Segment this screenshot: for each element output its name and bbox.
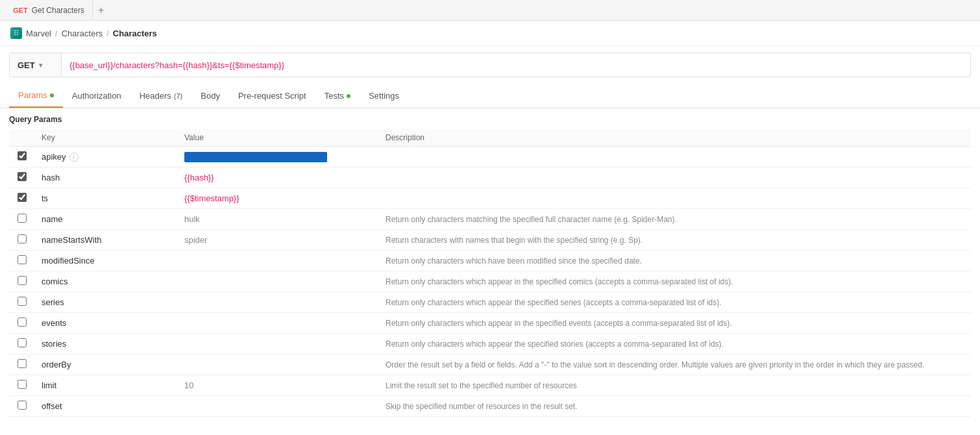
tab-method-label: GET	[13, 6, 28, 14]
tabs-row: Params Authorization Headers (7) Body Pr…	[0, 84, 980, 108]
row-checkbox[interactable]	[18, 193, 27, 202]
value-cell	[178, 396, 379, 417]
value-cell: {{hash}}	[178, 168, 379, 188]
value-plain: hulk	[184, 214, 200, 224]
description-cell: Return only characters which have been m…	[379, 251, 971, 271]
key-label: hash	[42, 173, 60, 182]
tab-headers[interactable]: Headers (7)	[130, 84, 192, 107]
value-cell: spider	[178, 230, 379, 251]
row-checkbox[interactable]	[18, 401, 27, 410]
description-cell: Return only characters which appear the …	[379, 334, 971, 354]
row-checkbox[interactable]	[18, 214, 27, 223]
table-row: orderByOrder the result set by a field o…	[9, 354, 971, 375]
value-cell: {{$timestamp}}	[178, 188, 379, 209]
tab-settings[interactable]: Settings	[360, 84, 408, 107]
description-text: Limit the result set to the specified nu…	[386, 381, 577, 390]
col-header-check	[9, 129, 35, 147]
row-checkbox[interactable]	[18, 172, 27, 181]
method-label: GET	[18, 60, 35, 70]
description-text: Return only characters which have been m…	[386, 256, 642, 266]
table-row: namehulkReturn only characters matching …	[9, 209, 971, 230]
url-input[interactable]	[62, 60, 970, 70]
description-text: Return only characters which appear the …	[386, 298, 722, 307]
top-tab-bar: GET Get Characters +	[0, 0, 980, 21]
request-tab[interactable]: GET Get Characters	[5, 0, 93, 20]
description-cell: Return only characters which appear the …	[379, 292, 971, 313]
description-text: Return only characters which appear the …	[386, 340, 724, 349]
breadcrumb-item-marvel[interactable]: Marvel	[26, 29, 51, 38]
tab-tests-label: Tests	[325, 91, 344, 101]
key-label: stories	[42, 339, 66, 349]
tab-headers-label: Headers	[140, 91, 171, 101]
col-header-key: Key	[35, 129, 178, 147]
value-bar	[184, 152, 327, 162]
tab-title-label: Get Characters	[32, 6, 84, 15]
row-checkbox[interactable]	[18, 234, 27, 243]
row-checkbox[interactable]	[18, 255, 27, 264]
key-label: name	[42, 214, 63, 224]
tab-params-label: Params	[18, 90, 47, 100]
key-label: orderBy	[42, 360, 71, 369]
tab-authorization[interactable]: Authorization	[63, 84, 130, 107]
value-cell: 10	[178, 375, 379, 396]
description-text: Return characters with names that begin …	[386, 236, 643, 245]
col-header-value: Value	[178, 129, 379, 147]
method-chevron-icon: ▼	[38, 62, 44, 69]
row-checkbox[interactable]	[18, 151, 27, 160]
key-label: offset	[42, 401, 62, 411]
row-checkbox[interactable]	[18, 380, 27, 389]
row-checkbox[interactable]	[18, 359, 27, 368]
tests-dot	[347, 94, 350, 98]
description-cell	[379, 168, 971, 188]
table-row: comicsReturn only characters which appea…	[9, 271, 971, 292]
value-template: {{$timestamp}}	[184, 193, 239, 203]
tab-prerequest-label: Pre-request Script	[238, 91, 306, 101]
key-label: nameStartsWith	[42, 235, 101, 245]
info-icon[interactable]: i	[69, 153, 79, 162]
description-cell: Return characters with names that begin …	[379, 230, 971, 251]
new-tab-button[interactable]: +	[93, 5, 109, 16]
key-label: events	[42, 318, 66, 328]
description-text: Return only characters matching the spec…	[386, 215, 677, 224]
value-cell	[178, 251, 379, 271]
table-row: seriesReturn only characters which appea…	[9, 292, 971, 313]
tab-tests[interactable]: Tests	[315, 84, 360, 107]
key-label: ts	[42, 193, 48, 203]
tab-prerequest[interactable]: Pre-request Script	[229, 84, 315, 107]
description-cell: Limit the result set to the specified nu…	[379, 375, 971, 396]
description-text: Return only characters which appear in t…	[386, 319, 732, 328]
value-cell	[178, 147, 379, 168]
value-cell: hulk	[178, 209, 379, 230]
key-label: modifiedSince	[42, 256, 95, 266]
table-row: hash{{hash}}	[9, 168, 971, 188]
key-label: series	[42, 297, 64, 307]
tab-body[interactable]: Body	[191, 84, 229, 107]
row-checkbox[interactable]	[18, 276, 27, 285]
method-selector[interactable]: GET ▼	[10, 53, 62, 77]
breadcrumb-item-characters[interactable]: Characters	[62, 29, 103, 38]
tab-body-label: Body	[201, 91, 220, 101]
collection-icon: ☷	[10, 27, 22, 39]
description-cell: Return only characters which appear in t…	[379, 271, 971, 292]
table-row: ts{{$timestamp}}	[9, 188, 971, 209]
key-label: apikeyi	[42, 152, 171, 162]
description-cell: Skip the specified number of resources i…	[379, 396, 971, 417]
tab-authorization-label: Authorization	[72, 91, 121, 101]
params-table: Key Value Description apikeyihash{{hash}…	[9, 129, 971, 417]
row-checkbox[interactable]	[18, 317, 27, 327]
table-row: modifiedSinceReturn only characters whic…	[9, 251, 971, 271]
tab-params[interactable]: Params	[9, 84, 63, 108]
row-checkbox[interactable]	[18, 338, 27, 347]
content-area: Query Params Key Value Description apike…	[0, 108, 980, 423]
table-row: eventsReturn only characters which appea…	[9, 313, 971, 334]
value-plain: spider	[184, 235, 207, 245]
row-checkbox[interactable]	[18, 297, 27, 306]
value-cell	[178, 313, 379, 334]
params-dot	[50, 93, 54, 97]
section-title: Query Params	[9, 115, 971, 124]
description-cell	[379, 188, 971, 209]
value-cell	[178, 334, 379, 354]
breadcrumb-item-active: Characters	[113, 29, 157, 38]
value-cell	[178, 271, 379, 292]
url-bar: GET ▼	[9, 53, 971, 77]
